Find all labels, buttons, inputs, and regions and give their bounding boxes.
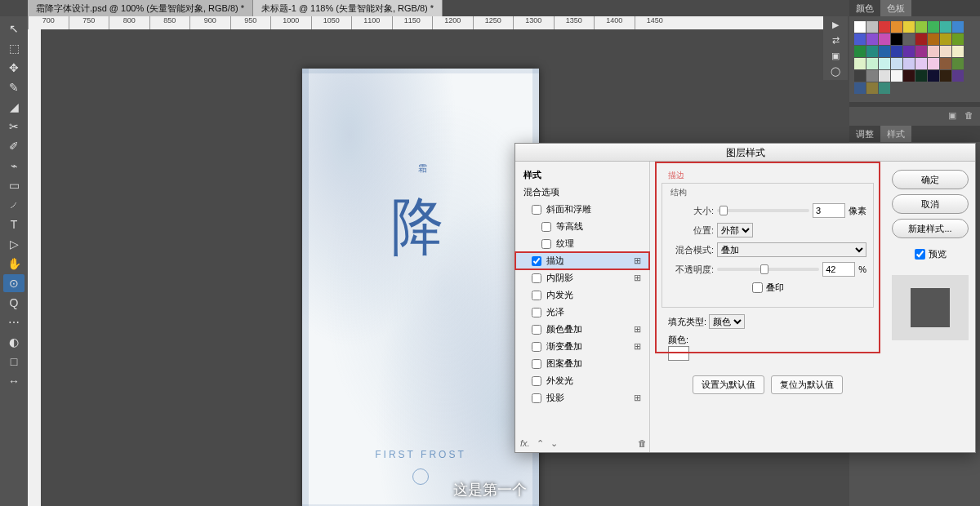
swatch[interactable] (952, 21, 964, 33)
tool-5[interactable]: ✂ (3, 118, 24, 135)
effect-row-4[interactable]: 内阴影⊞ (515, 269, 649, 286)
effect-row-5[interactable]: 内发光 (515, 286, 649, 304)
trash-icon[interactable]: 🗑 (638, 438, 647, 449)
swatch[interactable] (879, 46, 890, 57)
circle-icon[interactable]: ◯ (831, 66, 840, 77)
tab-styles[interactable]: 样式 (880, 126, 911, 142)
tool-3[interactable]: ✎ (3, 78, 24, 96)
swatch[interactable] (928, 58, 939, 69)
tool-17[interactable]: □ (3, 353, 24, 371)
effect-checkbox[interactable] (532, 291, 541, 300)
plus-icon[interactable]: ⊞ (634, 255, 641, 266)
up-icon[interactable]: ⌃ (537, 438, 544, 449)
swatch[interactable] (915, 58, 927, 69)
swatch[interactable] (903, 46, 915, 57)
swatch[interactable] (915, 46, 927, 57)
swatch[interactable] (891, 70, 902, 82)
preview-checkbox[interactable] (915, 249, 925, 260)
effect-checkbox[interactable] (532, 325, 541, 335)
tool-8[interactable]: ▭ (3, 176, 24, 194)
swatch[interactable] (854, 70, 866, 82)
swatch[interactable] (928, 21, 939, 33)
effect-row-6[interactable]: 光泽 (515, 304, 649, 321)
tool-1[interactable]: ⬚ (3, 39, 24, 57)
swatch[interactable] (866, 82, 878, 94)
new-style-button[interactable]: 新建样式... (892, 219, 969, 238)
swatch[interactable] (952, 70, 964, 82)
tool-2[interactable]: ✥ (3, 59, 24, 77)
effect-row-7[interactable]: 颜色叠加⊞ (515, 321, 649, 338)
swatch[interactable] (928, 33, 939, 45)
down-icon[interactable]: ⌄ (550, 438, 558, 449)
effect-row-9[interactable]: 图案叠加 (515, 355, 649, 372)
swatch[interactable] (891, 58, 902, 69)
swatch[interactable] (952, 46, 964, 57)
plus-icon[interactable]: ⊞ (634, 273, 641, 283)
styles-header[interactable]: 样式 (515, 166, 649, 184)
play-icon[interactable]: ▶ (832, 20, 839, 30)
effect-checkbox[interactable] (532, 376, 541, 386)
tab-adjust[interactable]: 调整 (849, 126, 880, 142)
swatch[interactable] (952, 33, 964, 45)
tool-9[interactable]: ⟋ (3, 196, 24, 214)
swatch[interactable] (879, 33, 890, 45)
swatch[interactable] (940, 33, 951, 45)
fx-icon[interactable]: fx. (520, 438, 530, 449)
swatch[interactable] (928, 46, 939, 57)
effect-checkbox[interactable] (532, 256, 541, 266)
swatch[interactable] (940, 46, 951, 57)
swatch[interactable] (952, 58, 964, 69)
swatch[interactable] (940, 70, 951, 82)
tool-13[interactable]: ⊙ (3, 274, 24, 292)
swatch[interactable] (854, 46, 866, 57)
tool-18[interactable]: ↔ (3, 372, 24, 390)
effect-row-2[interactable]: 纹理 (515, 235, 649, 252)
tool-7[interactable]: ⌁ (3, 157, 24, 175)
swatch[interactable] (854, 21, 866, 33)
swatch[interactable] (879, 82, 890, 94)
effect-checkbox[interactable] (532, 359, 541, 369)
swatch[interactable] (940, 58, 951, 69)
tab-doc-0[interactable]: 霜降字体设计.psd @ 100% (矢量智能对象, RGB/8) * (28, 0, 253, 16)
swatch[interactable] (866, 33, 878, 45)
set-default-button[interactable]: 设置为默认值 (693, 375, 764, 394)
effect-checkbox[interactable] (532, 393, 541, 403)
tool-16[interactable]: ◐ (3, 333, 24, 351)
swatch[interactable] (891, 21, 902, 33)
swatch[interactable] (903, 33, 915, 45)
swatch[interactable] (879, 21, 890, 33)
opacity-slider[interactable] (717, 268, 819, 271)
swatch[interactable] (866, 21, 878, 33)
swap-icon[interactable]: ⇄ (832, 35, 840, 46)
cancel-button[interactable]: 取消 (892, 194, 969, 214)
tool-12[interactable]: ✋ (3, 255, 24, 273)
tool-4[interactable]: ◢ (3, 98, 24, 116)
swatch[interactable] (940, 21, 951, 33)
swatch[interactable] (866, 70, 878, 82)
swatch-new-icon[interactable]: ▣ (948, 110, 956, 121)
swatch-delete-icon[interactable]: 🗑 (964, 110, 973, 121)
swatch[interactable] (903, 58, 915, 69)
swatch[interactable] (866, 58, 878, 69)
swatch[interactable] (928, 70, 939, 82)
swatch[interactable] (903, 21, 915, 33)
swatch[interactable] (915, 70, 927, 82)
tool-11[interactable]: ▷ (3, 235, 24, 253)
effect-checkbox[interactable] (532, 273, 541, 283)
tool-6[interactable]: ✐ (3, 137, 24, 155)
swatch[interactable] (854, 82, 866, 94)
tab-color[interactable]: 颜色 (849, 0, 880, 16)
effect-row-1[interactable]: 等高线 (515, 218, 649, 235)
effect-row-11[interactable]: 投影⊞ (515, 389, 649, 406)
swatch[interactable] (915, 33, 927, 45)
tool-0[interactable]: ↖ (3, 20, 24, 38)
effect-checkbox[interactable] (541, 239, 551, 249)
swatch[interactable] (854, 33, 866, 45)
effect-checkbox[interactable] (541, 222, 551, 232)
swatch[interactable] (879, 70, 890, 82)
tool-14[interactable]: Q (3, 294, 24, 312)
effect-row-8[interactable]: 渐变叠加⊞ (515, 338, 649, 355)
tab-doc-1[interactable]: 未标题-1 @ 118% (矢量智能对象, RGB/8) * (253, 0, 443, 16)
plus-icon[interactable]: ⊞ (634, 341, 641, 352)
size-slider[interactable] (717, 209, 809, 212)
